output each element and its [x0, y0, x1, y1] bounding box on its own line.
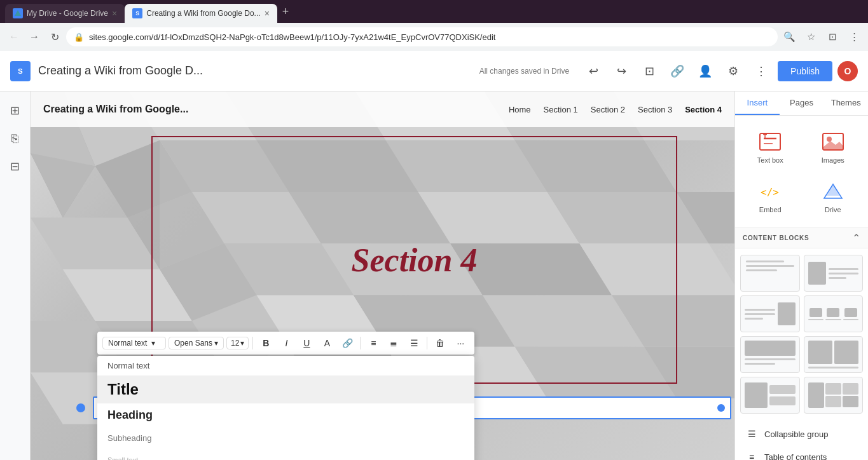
editor-toolbar-area: Normal text ▾ Open Sans ▾ 12 ▾ B I U [97, 332, 474, 460]
link-button[interactable]: 🔗 [666, 60, 689, 83]
tab-google-sites[interactable]: S Creating a Wiki from Google Do... × [125, 4, 277, 23]
preview-button[interactable]: ⊡ [638, 60, 661, 83]
collapsible-group-item[interactable]: ☰ Collapsible group [740, 423, 863, 445]
underline-button[interactable]: U [298, 334, 315, 352]
section-indicator-dot [76, 403, 85, 412]
app-header: S Creating a Wiki from Google D... All c… [0, 51, 868, 91]
bookmark-icon[interactable]: ☆ [802, 28, 820, 46]
nav-item-section4[interactable]: Section 4 [685, 105, 722, 114]
svg-text:S: S [18, 67, 23, 75]
more-options-button[interactable]: ⋮ [750, 60, 773, 83]
nav-item-section2[interactable]: Section 2 [591, 105, 625, 114]
dropdown-item-subheading[interactable]: Subheading [97, 427, 474, 449]
publish-button[interactable]: Publish [778, 61, 832, 81]
tab-themes[interactable]: Themes [823, 91, 868, 115]
dropdown-item-small-text[interactable]: Small text [97, 449, 474, 460]
content-blocks-label: CONTENT BLOCKS [743, 234, 809, 241]
right-panel-tabs: Insert Pages Themes [735, 91, 868, 116]
tab2-title: Creating a Wiki from Google Do... [146, 9, 260, 18]
search-icon[interactable]: 🔍 [780, 28, 798, 46]
app-title: Creating a Wiki from Google D... [38, 64, 472, 78]
toolbar-separator-1 [252, 337, 253, 349]
more-options-button[interactable]: ··· [451, 334, 469, 352]
redo-button[interactable]: ↪ [610, 60, 633, 83]
insert-embed[interactable]: </> Embed [740, 173, 801, 220]
nav-item-home[interactable]: Home [509, 105, 531, 114]
tab2-close[interactable]: × [265, 8, 270, 18]
address-bar[interactable]: 🔒 sites.google.com/d/1f-lOxDmzdSQH2-NaPg… [66, 27, 778, 46]
block-text-only[interactable] [740, 255, 800, 292]
browser-actions: 🔍 ☆ ⊡ ⋮ [780, 28, 863, 46]
normal-text-label: Normal text [107, 361, 149, 370]
nav-item-section1[interactable]: Section 1 [544, 105, 578, 114]
svg-text:</>: </> [761, 186, 779, 198]
text-style-selector[interactable]: Normal text ▾ [102, 337, 166, 349]
new-tab-button[interactable]: + [277, 5, 294, 18]
block-img-col[interactable] [740, 377, 800, 414]
collapse-blocks-button[interactable]: ⌃ [852, 232, 860, 244]
section4-hero-text: Section 4 [352, 241, 478, 279]
font-size-selector[interactable]: 12 ▾ [226, 337, 249, 349]
link-button[interactable]: 🔗 [338, 334, 356, 352]
site-nav-items: Home Section 1 Section 2 Section 3 Secti… [509, 105, 722, 114]
insert-items-grid: T Text box Images [735, 116, 868, 227]
insert-images[interactable]: Images [803, 123, 864, 170]
block-three-col[interactable] [804, 295, 864, 332]
size-chevron-icon: ▾ [240, 339, 244, 348]
block-img-full[interactable] [740, 336, 800, 373]
main-layout: ⊞ ⎘ ⊟ [0, 91, 868, 460]
block-img-text[interactable] [804, 255, 864, 292]
delete-button[interactable]: 🗑 [431, 334, 449, 352]
drive-icon [819, 179, 847, 203]
bold-button[interactable]: B [257, 334, 275, 352]
italic-button[interactable]: I [277, 334, 295, 352]
browser-chrome: My Drive - Google Drive × S Creating a W… [0, 0, 868, 51]
layout-icon[interactable]: ⊞ [4, 99, 27, 122]
insert-drive[interactable]: Drive [803, 173, 864, 220]
tab-pages[interactable]: Pages [780, 91, 824, 115]
embed-icon: </> [756, 179, 784, 203]
text-color-button[interactable]: A [318, 334, 336, 352]
forward-button[interactable]: → [25, 28, 43, 46]
font-family-selector[interactable]: Open Sans ▾ [169, 337, 224, 349]
tab-insert[interactable]: Insert [735, 91, 780, 115]
copy-icon[interactable]: ⎘ [4, 127, 27, 150]
align-button[interactable]: ≡ [364, 334, 382, 352]
chevron-down-icon: ▾ [151, 339, 155, 348]
undo-button[interactable]: ↩ [582, 60, 605, 83]
text-box-label: Text box [757, 156, 783, 164]
reload-button[interactable]: ↻ [46, 28, 64, 46]
delete-icon[interactable]: ⊟ [4, 155, 27, 178]
block-text-img[interactable] [740, 295, 800, 332]
dropdown-item-title[interactable]: Title [97, 375, 474, 403]
block-two-img[interactable] [804, 336, 864, 373]
input-cursor [717, 404, 725, 412]
settings-button[interactable]: ⚙ [722, 60, 745, 83]
tab1-close[interactable]: × [112, 8, 117, 18]
nav-item-section3[interactable]: Section 3 [638, 105, 672, 114]
extension-icon[interactable]: ⊡ [823, 28, 841, 46]
block-three-img[interactable] [804, 377, 864, 414]
collapsible-group-label: Collapsible group [764, 430, 828, 439]
add-user-button[interactable]: 👤 [694, 60, 717, 83]
dropdown-item-normal-text[interactable]: Normal text [97, 356, 474, 375]
menu-icon[interactable]: ⋮ [845, 28, 863, 46]
insert-text-box[interactable]: T Text box [740, 123, 801, 170]
tab-google-drive[interactable]: My Drive - Google Drive × [5, 4, 125, 23]
header-actions: ↩ ↪ ⊡ 🔗 👤 ⚙ ⋮ Publish O [582, 60, 858, 83]
svg-marker-52 [823, 141, 843, 150]
svg-marker-1 [15, 10, 21, 16]
images-icon [819, 130, 847, 154]
back-button[interactable]: ← [5, 28, 23, 46]
tab-bar: My Drive - Google Drive × S Creating a W… [0, 0, 868, 23]
tab1-title: My Drive - Google Drive [27, 9, 108, 18]
font-label: Open Sans [174, 339, 212, 348]
site-title: Creating a Wiki from Google... [43, 104, 509, 115]
user-avatar[interactable]: O [837, 61, 858, 81]
dropdown-item-heading[interactable]: Heading [97, 403, 474, 427]
lock-icon: 🔒 [74, 32, 84, 42]
table-of-contents-item[interactable]: ≡ Table of contents [740, 445, 863, 460]
svg-marker-55 [827, 184, 839, 196]
ordered-list-button[interactable]: ≣ [385, 334, 403, 352]
unordered-list-button[interactable]: ☰ [405, 334, 423, 352]
